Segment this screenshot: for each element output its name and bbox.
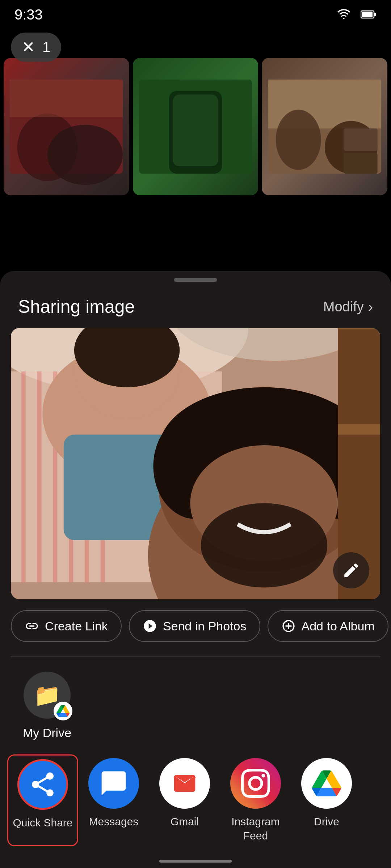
- home-indicator: [159, 860, 232, 863]
- gmail-icon: [159, 758, 210, 809]
- modify-button[interactable]: Modify ›: [323, 299, 373, 315]
- instagram-icon: [230, 758, 281, 809]
- share-photos-icon: [143, 619, 157, 633]
- send-in-photos-label: Send in Photos: [163, 619, 247, 633]
- link-icon: [25, 619, 39, 633]
- svg-rect-2: [362, 12, 373, 17]
- action-chips: Create Link Send in Photos Add to Album: [0, 599, 391, 642]
- svg-rect-38: [338, 328, 380, 329]
- divider: [11, 656, 380, 657]
- messages-label: Messages: [89, 814, 139, 829]
- add-album-icon: [281, 619, 296, 633]
- instagram-app[interactable]: Instagram Feed: [220, 754, 291, 846]
- sheet-handle[interactable]: [174, 278, 217, 282]
- drive-app-label: Drive: [314, 814, 339, 829]
- my-drive-label: My Drive: [23, 726, 71, 740]
- bottom-sheet: Sharing image Modify ›: [0, 271, 391, 868]
- svg-rect-39: [338, 424, 380, 435]
- thumb3-graphic: [268, 65, 381, 188]
- photo-content: [11, 328, 380, 599]
- thumb2-graphic: [139, 65, 252, 188]
- svg-rect-6: [10, 80, 123, 117]
- close-icon: ✕: [22, 39, 35, 55]
- modify-chevron-icon: ›: [368, 299, 373, 315]
- messages-logo: [99, 769, 128, 798]
- google-drive-badge: [54, 702, 72, 720]
- svg-point-36: [201, 503, 328, 587]
- sheet-header: Sharing image Modify ›: [0, 293, 391, 328]
- selection-count: 1: [42, 39, 50, 55]
- instagram-feed-label: Instagram Feed: [220, 814, 291, 843]
- gmail-app[interactable]: Gmail: [149, 754, 220, 846]
- status-time: 9:33: [14, 7, 43, 23]
- messages-icon: [88, 758, 139, 809]
- send-in-photos-chip[interactable]: Send in Photos: [129, 610, 260, 642]
- top-bar: ✕ 1: [0, 29, 391, 65]
- svg-rect-14: [344, 128, 378, 151]
- quick-share-icon: [17, 759, 68, 810]
- modify-label: Modify: [323, 299, 364, 315]
- quick-share-label: Quick Share: [13, 816, 72, 830]
- edit-icon: [342, 561, 360, 579]
- svg-rect-15: [344, 153, 378, 174]
- thumb1-graphic: [10, 65, 123, 188]
- quick-share-logo: [28, 770, 57, 799]
- quick-share-app[interactable]: Quick Share: [7, 754, 78, 846]
- photo-strip: [0, 58, 391, 195]
- create-link-chip[interactable]: Create Link: [11, 610, 122, 642]
- photo-thumb-2[interactable]: [133, 58, 258, 195]
- sheet-title: Sharing image: [18, 296, 135, 317]
- edit-photo-button[interactable]: [333, 552, 369, 588]
- svg-rect-20: [21, 371, 26, 582]
- gmail-logo: [170, 771, 199, 796]
- svg-point-5: [47, 125, 123, 185]
- drive-icon: [301, 758, 352, 809]
- app-row: Quick Share Messages Gmail: [0, 751, 391, 846]
- drive-section: 📁 My Drive: [0, 668, 391, 751]
- status-bar: 9:33: [0, 0, 391, 29]
- google-drive-mini-icon: [56, 705, 70, 718]
- instagram-logo: [241, 769, 270, 798]
- messages-app[interactable]: Messages: [78, 754, 149, 846]
- add-to-album-chip[interactable]: Add to Album: [268, 610, 388, 642]
- drive-logo: [312, 769, 341, 798]
- svg-point-12: [276, 110, 321, 170]
- photo-thumb-3[interactable]: [262, 58, 387, 195]
- gmail-label: Gmail: [171, 814, 199, 829]
- drive-icon-wrap: 📁: [24, 672, 71, 719]
- drive-app[interactable]: Drive: [291, 754, 362, 846]
- battery-icon: [361, 9, 377, 20]
- create-link-label: Create Link: [45, 619, 108, 633]
- svg-rect-9: [173, 95, 218, 166]
- my-drive-button[interactable]: 📁 My Drive: [18, 672, 76, 740]
- wifi-icon: [337, 8, 353, 21]
- close-selection-button[interactable]: ✕ 1: [11, 33, 61, 62]
- svg-rect-1: [374, 13, 376, 16]
- main-photo: [11, 328, 380, 599]
- svg-rect-21: [37, 371, 42, 582]
- add-to-album-label: Add to Album: [302, 619, 375, 633]
- status-icons: [337, 8, 377, 21]
- photo-thumb-1[interactable]: [4, 58, 129, 195]
- main-photo-graphic: [11, 328, 380, 599]
